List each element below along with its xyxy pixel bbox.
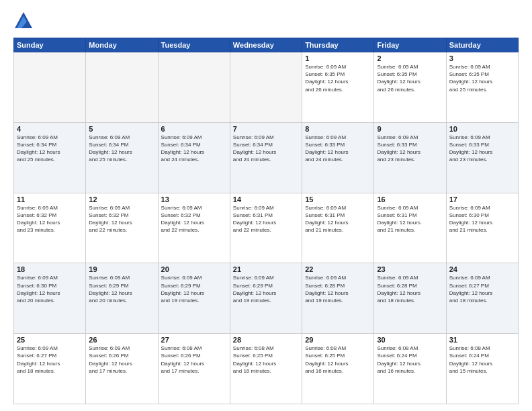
header-cell-wednesday: Wednesday — [230, 38, 302, 52]
day-cell: 6Sunrise: 6:09 AM Sunset: 6:34 PM Daylig… — [158, 122, 230, 193]
day-cell: 21Sunrise: 6:09 AM Sunset: 6:29 PM Dayli… — [230, 263, 302, 334]
day-cell: 14Sunrise: 6:09 AM Sunset: 6:31 PM Dayli… — [230, 193, 302, 263]
day-info: Sunrise: 6:09 AM Sunset: 6:33 PM Dayligh… — [305, 134, 371, 164]
day-number: 11 — [17, 195, 83, 203]
day-number: 17 — [449, 195, 515, 203]
day-number: 15 — [305, 195, 371, 203]
day-cell: 28Sunrise: 6:08 AM Sunset: 6:25 PM Dayli… — [230, 334, 302, 404]
day-cell: 1Sunrise: 6:09 AM Sunset: 6:35 PM Daylig… — [302, 52, 374, 123]
day-cell: 25Sunrise: 6:09 AM Sunset: 6:27 PM Dayli… — [14, 334, 86, 404]
day-info: Sunrise: 6:08 AM Sunset: 6:24 PM Dayligh… — [449, 345, 515, 375]
logo-icon — [13, 11, 34, 31]
day-cell: 8Sunrise: 6:09 AM Sunset: 6:33 PM Daylig… — [302, 122, 374, 193]
day-number: 18 — [17, 265, 83, 273]
header-row: SundayMondayTuesdayWednesdayThursdayFrid… — [14, 38, 519, 52]
day-number: 1 — [305, 54, 371, 62]
day-info: Sunrise: 6:08 AM Sunset: 6:26 PM Dayligh… — [161, 345, 227, 375]
day-cell: 7Sunrise: 6:09 AM Sunset: 6:34 PM Daylig… — [230, 122, 302, 193]
day-number: 6 — [161, 125, 227, 133]
day-cell — [158, 52, 230, 123]
day-number: 20 — [161, 265, 227, 273]
week-row-5: 25Sunrise: 6:09 AM Sunset: 6:27 PM Dayli… — [14, 334, 519, 404]
header-cell-saturday: Saturday — [446, 38, 518, 52]
day-info: Sunrise: 6:09 AM Sunset: 6:30 PM Dayligh… — [17, 274, 83, 304]
day-number: 27 — [161, 336, 227, 344]
day-info: Sunrise: 6:09 AM Sunset: 6:26 PM Dayligh… — [89, 345, 154, 375]
header-cell-thursday: Thursday — [302, 38, 374, 52]
page: SundayMondayTuesdayWednesdayThursdayFrid… — [0, 0, 532, 411]
day-number: 2 — [377, 54, 443, 62]
day-number: 12 — [89, 195, 154, 203]
header — [13, 11, 519, 31]
day-number: 24 — [449, 265, 515, 273]
day-number: 19 — [89, 265, 154, 273]
day-info: Sunrise: 6:09 AM Sunset: 6:35 PM Dayligh… — [377, 63, 443, 93]
day-number: 21 — [233, 265, 299, 273]
day-number: 9 — [377, 125, 443, 133]
day-info: Sunrise: 6:09 AM Sunset: 6:35 PM Dayligh… — [449, 63, 515, 93]
day-cell: 26Sunrise: 6:09 AM Sunset: 6:26 PM Dayli… — [86, 334, 158, 404]
day-cell: 3Sunrise: 6:09 AM Sunset: 6:35 PM Daylig… — [446, 52, 518, 123]
day-cell: 16Sunrise: 6:09 AM Sunset: 6:31 PM Dayli… — [374, 193, 446, 263]
day-info: Sunrise: 6:09 AM Sunset: 6:28 PM Dayligh… — [377, 274, 443, 304]
day-number: 29 — [305, 336, 371, 344]
day-info: Sunrise: 6:09 AM Sunset: 6:34 PM Dayligh… — [233, 134, 299, 164]
day-info: Sunrise: 6:09 AM Sunset: 6:28 PM Dayligh… — [305, 274, 371, 304]
day-cell: 13Sunrise: 6:09 AM Sunset: 6:32 PM Dayli… — [158, 193, 230, 263]
day-info: Sunrise: 6:09 AM Sunset: 6:31 PM Dayligh… — [233, 204, 299, 234]
day-info: Sunrise: 6:09 AM Sunset: 6:31 PM Dayligh… — [377, 204, 443, 234]
day-info: Sunrise: 6:09 AM Sunset: 6:35 PM Dayligh… — [305, 63, 371, 93]
week-row-3: 11Sunrise: 6:09 AM Sunset: 6:32 PM Dayli… — [14, 193, 519, 263]
header-cell-monday: Monday — [86, 38, 158, 52]
day-info: Sunrise: 6:09 AM Sunset: 6:33 PM Dayligh… — [377, 134, 443, 164]
week-row-1: 1Sunrise: 6:09 AM Sunset: 6:35 PM Daylig… — [14, 52, 519, 123]
day-info: Sunrise: 6:09 AM Sunset: 6:29 PM Dayligh… — [89, 274, 154, 304]
day-info: Sunrise: 6:08 AM Sunset: 6:24 PM Dayligh… — [377, 345, 443, 375]
day-info: Sunrise: 6:09 AM Sunset: 6:32 PM Dayligh… — [17, 204, 83, 234]
header-cell-tuesday: Tuesday — [158, 38, 230, 52]
week-row-2: 4Sunrise: 6:09 AM Sunset: 6:34 PM Daylig… — [14, 122, 519, 193]
day-cell: 22Sunrise: 6:09 AM Sunset: 6:28 PM Dayli… — [302, 263, 374, 334]
day-number: 31 — [449, 336, 515, 344]
day-cell: 12Sunrise: 6:09 AM Sunset: 6:32 PM Dayli… — [86, 193, 158, 263]
day-number: 16 — [377, 195, 443, 203]
logo — [13, 11, 36, 31]
day-number: 25 — [17, 336, 83, 344]
day-cell: 23Sunrise: 6:09 AM Sunset: 6:28 PM Dayli… — [374, 263, 446, 334]
day-number: 10 — [449, 125, 515, 133]
day-cell: 9Sunrise: 6:09 AM Sunset: 6:33 PM Daylig… — [374, 122, 446, 193]
day-number: 28 — [233, 336, 299, 344]
day-cell: 18Sunrise: 6:09 AM Sunset: 6:30 PM Dayli… — [14, 263, 86, 334]
calendar-table: SundayMondayTuesdayWednesdayThursdayFrid… — [13, 38, 519, 404]
day-number: 22 — [305, 265, 371, 273]
week-row-4: 18Sunrise: 6:09 AM Sunset: 6:30 PM Dayli… — [14, 263, 519, 334]
day-info: Sunrise: 6:09 AM Sunset: 6:29 PM Dayligh… — [233, 274, 299, 304]
day-info: Sunrise: 6:08 AM Sunset: 6:25 PM Dayligh… — [233, 345, 299, 375]
day-cell: 11Sunrise: 6:09 AM Sunset: 6:32 PM Dayli… — [14, 193, 86, 263]
day-number: 4 — [17, 125, 83, 133]
day-info: Sunrise: 6:08 AM Sunset: 6:25 PM Dayligh… — [305, 345, 371, 375]
day-cell: 20Sunrise: 6:09 AM Sunset: 6:29 PM Dayli… — [158, 263, 230, 334]
day-number: 30 — [377, 336, 443, 344]
header-cell-friday: Friday — [374, 38, 446, 52]
day-info: Sunrise: 6:09 AM Sunset: 6:27 PM Dayligh… — [17, 345, 83, 375]
day-cell: 19Sunrise: 6:09 AM Sunset: 6:29 PM Dayli… — [86, 263, 158, 334]
day-info: Sunrise: 6:09 AM Sunset: 6:32 PM Dayligh… — [89, 204, 154, 234]
day-cell: 4Sunrise: 6:09 AM Sunset: 6:34 PM Daylig… — [14, 122, 86, 193]
day-cell: 29Sunrise: 6:08 AM Sunset: 6:25 PM Dayli… — [302, 334, 374, 404]
day-info: Sunrise: 6:09 AM Sunset: 6:32 PM Dayligh… — [161, 204, 227, 234]
day-cell: 10Sunrise: 6:09 AM Sunset: 6:33 PM Dayli… — [446, 122, 518, 193]
day-cell: 31Sunrise: 6:08 AM Sunset: 6:24 PM Dayli… — [446, 334, 518, 404]
day-cell — [86, 52, 158, 123]
day-info: Sunrise: 6:09 AM Sunset: 6:29 PM Dayligh… — [161, 274, 227, 304]
day-cell: 30Sunrise: 6:08 AM Sunset: 6:24 PM Dayli… — [374, 334, 446, 404]
day-info: Sunrise: 6:09 AM Sunset: 6:31 PM Dayligh… — [305, 204, 371, 234]
day-number: 23 — [377, 265, 443, 273]
day-number: 8 — [305, 125, 371, 133]
day-info: Sunrise: 6:09 AM Sunset: 6:34 PM Dayligh… — [89, 134, 154, 164]
day-cell: 17Sunrise: 6:09 AM Sunset: 6:30 PM Dayli… — [446, 193, 518, 263]
day-cell — [230, 52, 302, 123]
day-info: Sunrise: 6:09 AM Sunset: 6:34 PM Dayligh… — [161, 134, 227, 164]
day-number: 26 — [89, 336, 154, 344]
day-number: 14 — [233, 195, 299, 203]
